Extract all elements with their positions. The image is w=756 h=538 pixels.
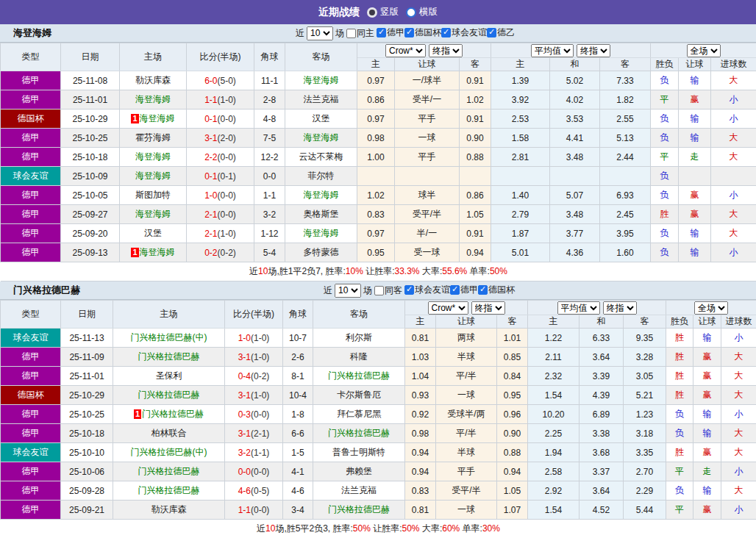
league-checkbox[interactable] <box>450 285 460 295</box>
result-win-draw-loss: 平 <box>666 501 693 520</box>
fulltime-score: 3-2 <box>238 448 251 458</box>
home-team-link[interactable]: 斯图加特 <box>120 186 187 205</box>
odds-time-select[interactable]: 终指 <box>429 44 463 57</box>
same-away-filter[interactable]: 同客 <box>374 284 402 297</box>
fulltime-score: 0-4 <box>238 371 251 381</box>
league-filter-item[interactable]: 德甲 <box>450 284 478 296</box>
col-header-odds-away: 客 <box>460 58 491 71</box>
same-away-checkbox[interactable] <box>374 286 384 295</box>
away-team-link[interactable]: 门兴格拉德巴赫 <box>313 367 405 386</box>
home-team-link[interactable]: 门兴格拉德巴赫 <box>113 386 225 405</box>
result-goals-over-under: 小 <box>721 501 756 520</box>
away-team-link[interactable]: 法兰克福 <box>313 481 405 501</box>
table-row: 球会友谊 25-10-09 海登海姆 0-1(0-1) 0-0 菲尔特 负 <box>1 167 756 186</box>
col-header-odds-home: 主 <box>357 58 395 71</box>
home-team-link[interactable]: 圣保利 <box>113 367 225 386</box>
result-win-draw-loss: 负 <box>651 129 679 148</box>
league-filter-item[interactable]: 德乙 <box>487 26 515 39</box>
away-team-link[interactable]: 法兰克福 <box>285 90 357 110</box>
away-team-link[interactable]: 奥格斯堡 <box>285 205 357 224</box>
away-team-link[interactable]: 卡尔斯鲁厄 <box>313 386 405 405</box>
league-filter-item[interactable]: 球会友谊 <box>441 26 487 39</box>
match-count-select[interactable]: 10 <box>307 26 333 40</box>
radio-horizontal-icon[interactable] <box>406 7 416 18</box>
away-team-link[interactable]: 门兴格拉德巴赫 <box>313 501 405 520</box>
away-team-link[interactable]: 菲尔特 <box>285 167 357 186</box>
average-select[interactable]: 平均值 <box>531 44 574 57</box>
league-checkbox[interactable] <box>478 285 488 295</box>
corner-count: 7-5 <box>254 129 285 148</box>
col-header-away: 客场 <box>313 301 405 329</box>
home-team-link[interactable]: 勒沃库森 <box>113 501 225 520</box>
summary-text: 50% <box>490 266 507 276</box>
scope-select[interactable]: 全场 <box>694 301 728 315</box>
col-header-score: 比分(半场) <box>187 43 254 71</box>
avg-time-select[interactable]: 终指 <box>577 44 610 57</box>
away-team-link[interactable]: 利尔斯 <box>313 329 405 348</box>
home-team-link[interactable]: 1海登海姆 <box>120 110 187 129</box>
home-team-link[interactable]: 门兴格拉德巴赫 <box>113 462 225 481</box>
league-checkbox[interactable] <box>404 28 414 37</box>
league-filter-item[interactable]: 德国杯 <box>478 284 515 296</box>
odds-time-select[interactable]: 终指 <box>471 301 505 315</box>
away-team-link[interactable]: 海登海姆 <box>285 224 357 243</box>
away-team-link[interactable]: 汉堡 <box>285 110 357 129</box>
away-team-link[interactable]: 弗赖堡 <box>313 462 405 481</box>
col-header-type: 类型 <box>1 301 61 329</box>
home-team-link[interactable]: 海登海姆 <box>120 167 187 186</box>
bookmaker-select[interactable]: Crow* <box>428 301 468 315</box>
bookmaker-select[interactable]: Crow* <box>385 44 426 57</box>
average-select[interactable]: 平均值 <box>557 301 600 315</box>
match-type-badge: 德甲 <box>1 462 61 481</box>
home-team-link[interactable]: 门兴格拉德巴赫 <box>113 481 225 501</box>
avg-draw-odds: 3.37 <box>580 462 624 481</box>
team-label: 法兰克福 <box>304 94 339 104</box>
home-team-link[interactable]: 门兴格拉德巴赫 <box>113 348 225 367</box>
away-team-link[interactable]: 多特蒙德 <box>285 243 357 262</box>
home-team-link[interactable]: 勒沃库森 <box>120 71 187 90</box>
away-team-link[interactable]: 海登海姆 <box>285 186 357 205</box>
league-checkbox[interactable] <box>404 285 414 295</box>
home-team-link[interactable]: 海登海姆 <box>120 205 187 224</box>
league-filter-item[interactable]: 球会友谊 <box>404 284 450 296</box>
same-home-filter[interactable]: 同主 <box>346 27 374 40</box>
league-checkbox[interactable] <box>487 28 496 37</box>
home-team-link[interactable]: 霍芬海姆 <box>120 129 187 148</box>
scope-select[interactable]: 全场 <box>687 44 721 57</box>
league-filter-item[interactable]: 德国杯 <box>404 26 441 39</box>
away-team-link[interactable]: 海登海姆 <box>285 129 357 148</box>
away-team-link[interactable]: 云达不莱梅 <box>285 148 357 167</box>
layout-radio-horizontal[interactable]: 横版 <box>406 6 438 18</box>
away-team-link[interactable]: 海登海姆 <box>285 71 357 90</box>
league-checkbox[interactable] <box>377 28 386 37</box>
home-team-link[interactable]: 海登海姆 <box>120 90 187 110</box>
summary-text: 让胜率: <box>363 266 395 276</box>
first-match-badge: 1 <box>131 248 138 257</box>
away-team-link[interactable]: 门兴格拉德巴赫 <box>313 424 405 443</box>
team-label: 利尔斯 <box>346 332 372 342</box>
avg-home-odds: 1.54 <box>528 386 580 405</box>
home-team-link[interactable]: 1海登海姆 <box>120 243 187 262</box>
league-checkbox[interactable] <box>441 28 451 37</box>
layout-radio-vertical[interactable]: 竖版 <box>367 6 399 18</box>
home-team-link[interactable]: 门兴格拉德巴赫(中) <box>113 329 225 348</box>
same-home-checkbox[interactable] <box>346 29 356 38</box>
away-team-link[interactable]: 科隆 <box>313 348 405 367</box>
home-team-link[interactable]: 1门兴格拉德巴赫 <box>113 405 225 424</box>
away-team-link[interactable]: 拜仁慕尼黑 <box>313 405 405 424</box>
home-team-link[interactable]: 柏林联合 <box>113 424 225 443</box>
avg-time-select[interactable]: 终指 <box>603 301 637 315</box>
summary-text: 单率: <box>467 266 490 276</box>
team-label: 斯图加特 <box>135 190 171 200</box>
home-team-matches-table: 类型 日期 主场 比分(半场) 角球 客场 Crow*终指 平均值终指 全场 主… <box>0 43 756 281</box>
odds-home-value: 1.04 <box>405 367 436 386</box>
league-filter-item[interactable]: 德甲 <box>377 26 404 39</box>
match-count-select[interactable]: 10 <box>335 284 361 298</box>
match-date: 25-10-18 <box>61 424 113 443</box>
result-goals-over-under: 大 <box>721 443 756 462</box>
home-team-link[interactable]: 门兴格拉德巴赫(中) <box>113 443 225 462</box>
radio-vertical-icon[interactable] <box>367 7 377 18</box>
home-team-link[interactable]: 汉堡 <box>120 224 187 243</box>
away-team-link[interactable]: 普鲁士明斯特 <box>313 443 405 462</box>
home-team-link[interactable]: 海登海姆 <box>120 148 187 167</box>
